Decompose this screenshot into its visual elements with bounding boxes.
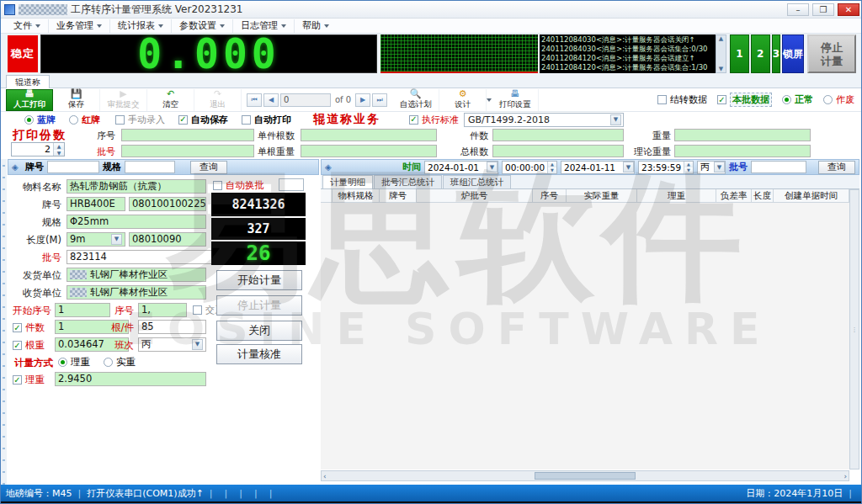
manual-entry-checkbox[interactable]: 手动录入: [115, 114, 165, 126]
date-to-select[interactable]: 2024-01-11 ▼: [561, 161, 635, 174]
col-length[interactable]: 长度: [752, 189, 774, 203]
start-measure-button[interactable]: 开始计量: [216, 270, 302, 290]
consignor-field[interactable]: 轧钢厂棒材作业区: [67, 268, 206, 282]
scale-button-3[interactable]: 3: [772, 34, 780, 73]
col-create-time[interactable]: 创建单据时间: [774, 189, 849, 203]
length-code-field[interactable]: 08010090: [129, 232, 206, 247]
prev-record-button[interactable]: ◀: [263, 93, 279, 107]
menu-business[interactable]: 业务管理: [48, 19, 109, 33]
col-actual-weight[interactable]: 实际重量: [567, 189, 637, 203]
auto-batch-checkbox[interactable]: 自动换批: [213, 179, 264, 192]
time-from-stepper[interactable]: 00:00:00 ▲▼: [502, 161, 557, 174]
horizontal-scrollbar[interactable]: ‹ ›: [321, 470, 849, 481]
batch-field[interactable]: [121, 145, 254, 157]
shift-select[interactable]: 丙▼: [138, 337, 206, 352]
record-index-input[interactable]: [280, 93, 331, 107]
stop-measure-big-button[interactable]: 停止 计量: [807, 34, 856, 73]
seq2-field[interactable]: 1,: [138, 303, 187, 317]
per-bar-weight-field[interactable]: [301, 145, 437, 157]
theory-weight-field[interactable]: [674, 145, 811, 157]
scroll-down-icon[interactable]: ▼: [719, 66, 723, 72]
clear-button[interactable]: ↶ 清空: [147, 89, 194, 111]
verify-measure-button[interactable]: 计量核准: [216, 344, 302, 364]
pieces-checkbox[interactable]: ✓ 件数: [13, 321, 45, 334]
menu-file[interactable]: 文件: [6, 19, 48, 33]
design-button[interactable]: ⚙ 设计: [439, 89, 487, 111]
scale-button-1[interactable]: 1: [730, 34, 749, 73]
actual-mode-radio[interactable]: 实重: [104, 356, 136, 369]
search-grade-input[interactable]: [47, 161, 99, 173]
col-theory-weight[interactable]: 理重: [637, 189, 716, 203]
approve-submit-button[interactable]: ▶ 审批提交: [100, 89, 147, 111]
red-card-radio[interactable]: 红牌: [69, 114, 100, 126]
log-scrollbar[interactable]: ▲ ▼: [716, 34, 726, 73]
theory-value-field[interactable]: 2.9450: [55, 372, 206, 386]
normal-radio[interactable]: 正常: [782, 93, 813, 106]
tab-batch-summary[interactable]: 批号汇总统计: [374, 175, 442, 188]
length-select[interactable]: 9m▼: [67, 232, 125, 247]
per-piece-field[interactable]: 85: [138, 320, 206, 334]
col-grade[interactable]: 牌号: [380, 189, 417, 203]
bar-weight-checkbox[interactable]: ✓ 根重: [13, 339, 45, 352]
save-button[interactable]: 💾 保存: [53, 89, 100, 111]
consignee-field[interactable]: 轧钢厂棒材作业区: [67, 285, 206, 300]
search-spec-input[interactable]: [125, 161, 175, 173]
scroll-left-icon[interactable]: ‹: [323, 472, 327, 480]
batch-filter-input[interactable]: [751, 161, 806, 173]
auto-print-checkbox[interactable]: 自动打印: [242, 114, 291, 126]
auto-save-checkbox[interactable]: ✓ 自动保存: [178, 114, 228, 126]
stop-measure-button[interactable]: 停止计量: [216, 295, 302, 316]
tab-shift-summary[interactable]: 班组汇总统计: [443, 175, 511, 188]
first-record-button[interactable]: ⏮: [247, 93, 262, 107]
print-setup-button[interactable]: 🖶 打印设置: [492, 89, 539, 111]
total-bars-field[interactable]: [492, 145, 624, 157]
custom-plan-button[interactable]: 🔍 自选计划: [392, 89, 439, 111]
col-seq[interactable]: 序号: [533, 189, 567, 203]
spec-field[interactable]: Φ25mm: [67, 215, 206, 229]
scroll-up-icon[interactable]: ▲: [719, 35, 723, 42]
auto-batch-input[interactable]: [279, 178, 304, 191]
scroll-right-icon[interactable]: ›: [843, 472, 847, 480]
shift-filter-select[interactable]: 丙 ▼: [697, 161, 726, 174]
next-record-button[interactable]: ▶: [355, 93, 370, 107]
void-radio[interactable]: 作废: [823, 93, 854, 106]
close-measure-button[interactable]: 关闭: [216, 321, 302, 341]
seq-field[interactable]: [121, 129, 254, 141]
grade-code-field[interactable]: 0801001002250: [129, 197, 206, 211]
bars-per-piece-field[interactable]: [301, 129, 437, 141]
table-body[interactable]: [321, 203, 849, 470]
right-query-button[interactable]: 查询: [818, 161, 855, 174]
vertical-scrollbar[interactable]: ⋮: [849, 189, 859, 470]
left-query-button[interactable]: 查询: [190, 161, 227, 174]
spin-down-icon[interactable]: ▼: [54, 150, 64, 157]
spin-up-icon[interactable]: ▲: [54, 143, 64, 150]
standard-checkbox[interactable]: ✓ 执行标准: [409, 114, 459, 126]
date-from-select[interactable]: 2024-01-01 ▼: [424, 161, 498, 174]
pieces-field[interactable]: [492, 129, 624, 141]
print-copies-stepper[interactable]: 2 ▲ ▼: [11, 142, 65, 157]
scrollbar-thumb[interactable]: [535, 472, 636, 480]
theory-weight-checkbox[interactable]: ✓ 理重: [13, 374, 45, 386]
time-to-stepper[interactable]: 23:59:59 ▲▼: [638, 161, 694, 174]
carryover-checkbox[interactable]: 结转数据: [657, 93, 707, 106]
restore-button[interactable]: ❐: [812, 3, 834, 16]
tab-measure-detail[interactable]: 计量明细: [322, 175, 373, 188]
menu-help[interactable]: 帮助: [294, 19, 337, 33]
tab-roller-scale[interactable]: 辊道称: [6, 75, 50, 88]
weight-field[interactable]: [674, 129, 811, 141]
blue-card-radio[interactable]: 蓝牌: [24, 114, 56, 126]
this-batch-checkbox[interactable]: ✓ 本批数据: [717, 93, 772, 107]
col-neg-rate[interactable]: 负差率: [716, 189, 752, 203]
col-heat-batch[interactable]: 炉批号: [417, 189, 533, 203]
minimize-button[interactable]: –: [787, 3, 809, 16]
material-field[interactable]: 热轧带肋钢筋（抗震）: [67, 179, 206, 194]
grade-field[interactable]: HRB400E: [67, 197, 125, 211]
standard-select[interactable]: GB/T1499.2-2018 ▼: [464, 113, 624, 127]
lock-screen-button[interactable]: 锁屏: [782, 34, 804, 73]
theory-mode-radio[interactable]: 理重: [58, 356, 90, 369]
scale-button-2[interactable]: 2: [751, 34, 770, 73]
exit-button[interactable]: ↷ 退出: [194, 89, 242, 111]
manual-print-button[interactable]: 🖶 人工打印: [6, 89, 53, 111]
col-material-spec[interactable]: 物料规格: [333, 189, 380, 203]
close-button[interactable]: ✕: [838, 3, 859, 16]
